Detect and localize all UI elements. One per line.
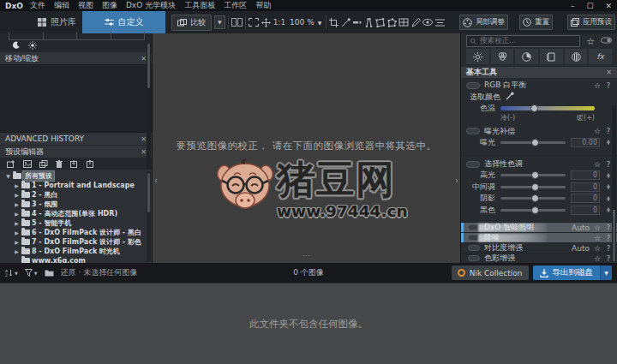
tree-expand-icon[interactable]: ▶ xyxy=(14,211,20,217)
geometry-palettes-icon[interactable] xyxy=(540,49,563,64)
advanced-history-header[interactable]: ADVANCED HISTORY ✕ xyxy=(0,133,152,145)
exposure-stepper[interactable]: ▲▼ xyxy=(605,140,612,145)
zoom-level-dropdown[interactable]: 100 % ▼ xyxy=(288,16,323,28)
slider-value[interactable]: 0 xyxy=(571,206,600,215)
left-panel-scrollbar[interactable] xyxy=(147,44,151,169)
day-mode-icon[interactable] xyxy=(28,41,37,51)
fit-screen-icon[interactable] xyxy=(249,18,259,27)
palette-help-icon[interactable]: ? xyxy=(605,234,612,242)
new-preset-icon[interactable] xyxy=(7,160,15,168)
compare-button[interactable]: 比较 xyxy=(171,15,212,31)
export-to-disk-button[interactable]: 导出到磁盘 ▼ xyxy=(533,266,613,280)
filter-toggle-icon[interactable] xyxy=(601,37,612,45)
eyedropper-icon[interactable] xyxy=(506,92,514,102)
palette-row[interactable]: 对比度增强Auto☆? xyxy=(461,242,617,253)
search-corrections-input[interactable]: 搜索校正... xyxy=(466,35,580,47)
palette-star-icon[interactable]: ☆ xyxy=(594,234,601,242)
wb-help-icon[interactable]: ? xyxy=(605,81,612,90)
ratio-1-1[interactable]: 1:1 xyxy=(273,19,285,27)
exposure-star-icon[interactable]: ☆ xyxy=(594,127,601,135)
temp-slider[interactable] xyxy=(500,106,595,110)
slider-value[interactable]: 0 xyxy=(571,194,600,203)
wb-toggle[interactable] xyxy=(466,82,480,89)
menu-file[interactable]: 文件 xyxy=(30,0,45,11)
preset-editor-close-icon[interactable]: ✕ xyxy=(141,148,147,156)
favorites-star-icon[interactable]: ☆ xyxy=(586,36,595,47)
slider-track[interactable] xyxy=(500,209,566,212)
preset-tree-item[interactable]: ▶5 - 智能手机 xyxy=(0,218,152,228)
selective-toggle[interactable] xyxy=(466,161,480,168)
slider-value[interactable]: 0 xyxy=(571,170,600,180)
menu-workspace[interactable]: 工作区 xyxy=(224,0,247,11)
tab-photo-library[interactable]: 照片库 xyxy=(26,11,88,33)
local-palettes-icon[interactable] xyxy=(565,49,588,64)
preset-tree-item[interactable]: ▶8 - DxO FilmPack 时光机 xyxy=(0,247,152,256)
pan-icon[interactable] xyxy=(261,18,271,27)
exposure-help-icon[interactable]: ? xyxy=(605,127,612,135)
light-palettes-icon[interactable] xyxy=(466,49,489,64)
slider-track[interactable] xyxy=(500,197,566,200)
menu-optics-modules[interactable]: DxO 光学模块 xyxy=(126,0,176,11)
preset-tree-item[interactable]: ▶7 - DxO FilmPack 设计师 - 彩色 xyxy=(0,237,152,247)
detail-palettes-icon[interactable] xyxy=(515,49,538,64)
basic-tools-close-icon[interactable]: ✕ xyxy=(606,69,612,76)
palette-toggle[interactable] xyxy=(468,255,480,261)
palette-row[interactable]: 降噪☆? xyxy=(461,232,617,242)
menu-help[interactable]: 帮助 xyxy=(255,0,271,11)
selective-star-icon[interactable]: ☆ xyxy=(594,160,601,169)
preset-preview-icon[interactable] xyxy=(23,160,32,168)
reset-button[interactable]: 重置 xyxy=(519,15,553,30)
palette-help-icon[interactable]: ? xyxy=(605,224,612,232)
palette-star-icon[interactable]: ☆ xyxy=(594,244,601,253)
eye-icon[interactable] xyxy=(422,19,433,26)
exposure-value[interactable]: 0.00 xyxy=(571,138,600,147)
grid-8-points-icon[interactable] xyxy=(398,18,409,27)
minimize-button[interactable]: – xyxy=(571,2,575,10)
palette-toggle[interactable] xyxy=(468,245,480,251)
wb-star-icon[interactable]: ☆ xyxy=(594,81,601,90)
duplicate-preset-icon[interactable] xyxy=(39,160,48,168)
export-preset-icon[interactable] xyxy=(87,160,95,168)
lines-icon[interactable] xyxy=(435,19,445,27)
tree-expand-icon[interactable]: ▶ xyxy=(14,201,20,207)
collapse-right-icon[interactable]: › xyxy=(455,176,458,185)
maximize-button[interactable]: ☐ xyxy=(586,2,593,10)
preset-tree-scrollbar[interactable] xyxy=(147,171,151,261)
palette-star-icon[interactable]: ☆ xyxy=(594,224,601,232)
straighten-icon[interactable] xyxy=(341,18,350,27)
slider-track[interactable] xyxy=(500,174,566,176)
canvas-handle[interactable]: ⋯ xyxy=(303,252,310,260)
compare-dropdown-icon[interactable]: ▼ xyxy=(214,15,225,29)
selective-help-icon[interactable]: ? xyxy=(605,160,612,169)
slider-value[interactable]: 0 xyxy=(571,182,600,192)
force-parallel-icon[interactable] xyxy=(364,18,374,27)
nik-collection-button[interactable]: Nik Collection xyxy=(452,266,529,280)
export-dropdown-icon[interactable]: ▼ xyxy=(600,266,612,280)
slider-stepper[interactable]: ▲▼ xyxy=(605,184,612,189)
menu-image[interactable]: 图像 xyxy=(102,0,117,11)
horizon-icon[interactable] xyxy=(352,20,362,25)
exposure-slider[interactable] xyxy=(500,141,566,144)
exposure-toggle[interactable] xyxy=(466,128,480,134)
slider-stepper[interactable]: ▲▼ xyxy=(605,173,612,178)
brush-icon[interactable] xyxy=(411,18,421,27)
import-preset-icon[interactable] xyxy=(70,160,79,168)
tree-expand-icon[interactable]: ▶ xyxy=(14,220,20,226)
preset-tree-item[interactable]: ▶1 - Portrait and Landscape xyxy=(0,181,152,190)
tree-expand-icon[interactable]: ▶ xyxy=(14,182,20,188)
crop-icon[interactable] xyxy=(329,18,338,27)
palette-row[interactable]: 色彩增强☆? xyxy=(461,253,617,263)
tree-expand-icon[interactable]: ▼ xyxy=(5,173,11,179)
slider-stepper[interactable]: ▲▼ xyxy=(605,196,612,201)
night-mode-icon[interactable] xyxy=(12,41,20,51)
fx-palettes-icon[interactable]: fx xyxy=(589,49,612,64)
right-panel-resize-handle[interactable]: ⋮ xyxy=(610,209,617,217)
tree-expand-icon[interactable]: ▶ xyxy=(14,192,20,198)
tab-customize[interactable]: 自定义 xyxy=(82,11,165,33)
basic-tools-header[interactable]: 基本工具 ✕ xyxy=(461,67,617,78)
palette-star-icon[interactable]: ☆ xyxy=(594,254,601,263)
preset-editor-header[interactable]: 预设编辑器 ✕ xyxy=(0,146,152,158)
rectangle-tool-icon[interactable] xyxy=(375,18,385,27)
menu-edit[interactable]: 编辑 xyxy=(54,0,69,11)
preset-tree-item[interactable]: ▶4 - 高动态范围(单张 HDR) xyxy=(0,209,152,218)
